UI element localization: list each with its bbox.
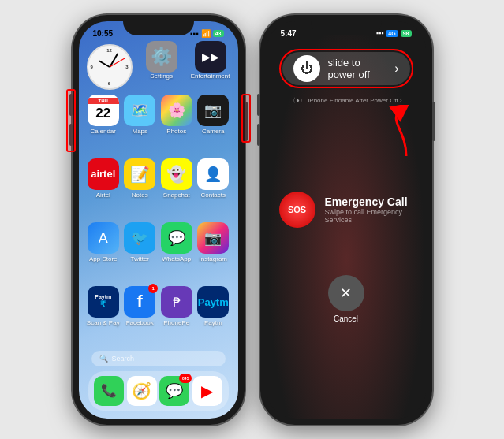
photos-app[interactable]: 🌸 Photos xyxy=(160,95,194,155)
sos-row[interactable]: SOS Emergency Call Swipe to call Emergen… xyxy=(279,192,413,228)
maps-app[interactable]: 🗺️ Maps xyxy=(123,95,157,155)
wifi-icon: 📶 xyxy=(201,29,211,38)
cancel-label: Cancel xyxy=(334,314,358,323)
right-phone: 5:47 ▪▪▪ 4G 98 ⏻ slide to power off › xyxy=(260,15,432,425)
search-icon: 🔍 xyxy=(99,355,108,363)
power-content: ⏻ slide to power off › 〈♦〉 iPhone Findab… xyxy=(267,41,426,331)
calendar-app[interactable]: THU 22 Calendar xyxy=(87,95,121,155)
volume-up-button-right[interactable] xyxy=(257,94,260,116)
notch-left xyxy=(123,15,194,35)
app-grid: THU 22 Calendar 🗺️ Maps 🌸 Photos � xyxy=(79,91,238,351)
dock-phone[interactable]: 📞 xyxy=(94,376,124,406)
slide-power-control[interactable]: ⏻ slide to power off › xyxy=(282,52,410,85)
notch-right xyxy=(311,15,382,35)
appstore-app[interactable]: A App Store xyxy=(87,222,121,283)
findable-text: 〈♦〉 iPhone Findable After Power Off › xyxy=(279,96,413,105)
twitter-app[interactable]: 🐦 Twitter xyxy=(123,222,157,283)
paytm-app[interactable]: Paytm Paytm xyxy=(196,286,230,347)
sos-label: SOS xyxy=(288,205,306,214)
slide-power-container[interactable]: ⏻ slide to power off › xyxy=(279,49,413,88)
settings-label: Settings xyxy=(150,73,173,80)
status-icons-right: ▪▪▪ 4G 98 xyxy=(376,29,412,37)
facebook-app[interactable]: f 1 Facebook xyxy=(123,286,157,347)
emergency-call-subtitle: Swipe to call Emergency Services xyxy=(325,208,413,224)
camera-app[interactable]: 📷 Camera xyxy=(196,95,230,155)
contacts-app[interactable]: 👤 Contacts xyxy=(196,158,230,219)
clock-widget[interactable]: 12 3 6 9 xyxy=(87,44,133,90)
phonepe-app[interactable]: ₱ PhonePe xyxy=(160,286,194,347)
sos-text-block: Emergency Call Swipe to call Emergency S… xyxy=(325,195,413,224)
slide-arrow-icon: › xyxy=(394,61,398,76)
red-arrow xyxy=(379,105,410,160)
settings-app[interactable]: ⚙️ Settings xyxy=(146,41,177,80)
airtel-app[interactable]: airtel Airtel xyxy=(87,158,121,219)
instagram-app[interactable]: 📷 Instagram xyxy=(196,222,230,283)
notes-app[interactable]: 📝 Notes xyxy=(123,158,157,219)
search-bar[interactable]: 🔍 Search xyxy=(91,351,226,366)
signal-icon: ▪▪▪ xyxy=(190,29,199,38)
battery-badge: 43 xyxy=(213,30,224,37)
sos-button[interactable]: SOS xyxy=(279,192,315,228)
cancel-icon: ✕ xyxy=(340,285,352,302)
cancel-area: ✕ Cancel xyxy=(279,275,413,323)
dock: 📞 🧭 💬 845 ▶ xyxy=(88,371,229,411)
battery-badge-right: 98 xyxy=(401,30,412,37)
status-icons-left: ▪▪▪ 📶 43 xyxy=(190,29,223,38)
power-button-right[interactable] xyxy=(432,102,435,141)
volume-down-button-right[interactable] xyxy=(257,124,260,146)
findable-icon: 〈♦〉 xyxy=(289,96,305,105)
cancel-button[interactable]: ✕ xyxy=(328,275,364,311)
network-badge: 4G xyxy=(386,30,398,37)
paytm-scanpay-app[interactable]: Paytm ₹ Scan & Pay xyxy=(87,286,121,347)
findable-label: iPhone Findable After Power Off › xyxy=(308,97,402,104)
search-placeholder: Search xyxy=(112,355,135,363)
time-right: 5:47 xyxy=(281,29,297,38)
dock-youtube[interactable]: ▶ xyxy=(192,376,222,406)
dock-safari[interactable]: 🧭 xyxy=(127,376,157,406)
time-left: 10:55 xyxy=(93,29,114,38)
home-screen: 10:55 ▪▪▪ 📶 43 12 3 6 9 xyxy=(79,21,238,419)
entertainment-app[interactable]: ▶▶ Entertainment xyxy=(191,41,230,80)
power-off-screen: 5:47 ▪▪▪ 4G 98 ⏻ slide to power off › xyxy=(267,21,426,419)
right-button-highlight xyxy=(241,94,251,143)
left-phone: 10:55 ▪▪▪ 📶 43 12 3 6 9 xyxy=(73,15,245,425)
left-buttons-highlight xyxy=(66,89,76,152)
whatsapp-app[interactable]: 💬 WhatsApp xyxy=(160,222,194,283)
snapchat-app[interactable]: 👻 Snapchat xyxy=(160,158,194,219)
emergency-call-title: Emergency Call xyxy=(325,195,413,208)
power-circle-icon: ⏻ xyxy=(293,55,320,82)
slide-power-label: slide to power off xyxy=(328,57,387,80)
dock-messages[interactable]: 💬 845 xyxy=(159,376,189,406)
entertainment-label: Entertainment xyxy=(191,73,230,80)
